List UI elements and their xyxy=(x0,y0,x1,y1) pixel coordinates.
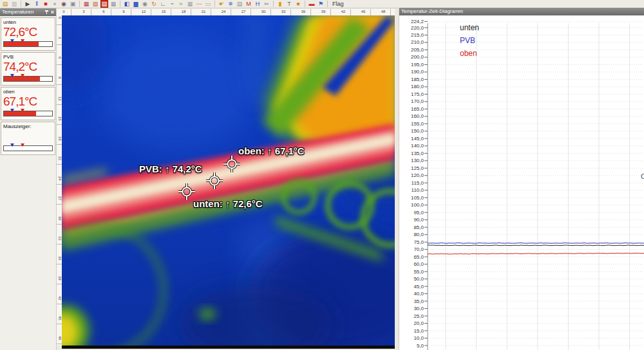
spline-icon[interactable]: ~ xyxy=(168,0,176,8)
histogram-alt-icon[interactable]: ▧ xyxy=(91,0,99,8)
temperatures-panel: Temperaturen × unten 72,6°C PVB 74,2°C o… xyxy=(0,8,57,350)
gauge-marker-blue xyxy=(10,74,14,77)
gauge-marker-red xyxy=(21,143,24,147)
close-icon[interactable]: × xyxy=(51,9,54,15)
svg-text:170,0: 170,0 xyxy=(411,98,424,104)
temperature-time-chart: 224,2220,0215,0210,0205,0200,0195,0190,0… xyxy=(399,15,644,350)
ruler-number: 39 xyxy=(321,10,326,14)
temp-value: 74,2°C xyxy=(3,60,53,74)
hand-icon[interactable]: ☛ xyxy=(218,0,225,8)
gauge-marker-red xyxy=(21,39,24,42)
text-tool-icon[interactable]: T xyxy=(285,0,293,8)
stop-icon[interactable]: ■ xyxy=(42,0,50,8)
crosshair-pvb[interactable] xyxy=(205,171,224,190)
toolbar-separator xyxy=(79,1,80,7)
ruler-number: 12 xyxy=(142,10,146,14)
temp-label: Mauszeiger: xyxy=(3,124,53,129)
play-icon[interactable]: ▶ xyxy=(24,0,32,8)
scale-icon[interactable]: ▭ xyxy=(204,0,212,8)
toolbar-separator xyxy=(21,1,21,7)
ruler-number: 33 xyxy=(281,10,286,14)
camera-icon[interactable]: ◉ xyxy=(60,0,68,8)
ruler-number: 6 xyxy=(102,10,104,14)
dashes-icon[interactable]: ⋯ xyxy=(195,0,203,8)
temperatures-panel-header[interactable]: Temperaturen × xyxy=(0,8,56,16)
series-unten xyxy=(428,245,644,246)
series-PVB xyxy=(428,243,644,244)
svg-text:30,0: 30,0 xyxy=(413,306,424,311)
pin-icon[interactable] xyxy=(44,10,49,15)
marker-icon[interactable]: ▮ xyxy=(276,0,284,8)
standby-icon[interactable]: ● xyxy=(51,0,59,8)
snowflake-icon[interactable]: ❄ xyxy=(227,0,234,8)
ruler-number: 30 xyxy=(261,10,266,14)
letter-h-icon[interactable]: H xyxy=(254,0,261,8)
pause-icon[interactable]: ‖ xyxy=(33,0,41,8)
svg-text:180,0: 180,0 xyxy=(411,84,424,89)
camera-2-icon[interactable]: ◉ xyxy=(141,0,149,8)
gauge-marker-blue xyxy=(10,143,14,147)
crosshair-oben[interactable] xyxy=(222,154,242,174)
temp-gauge xyxy=(3,145,53,151)
legend-pvb: PVB xyxy=(460,36,475,45)
toolbar-separator xyxy=(214,1,215,7)
svg-text:175,0: 175,0 xyxy=(411,91,424,97)
temp-gauge xyxy=(3,76,53,82)
svg-text:70,0: 70,0 xyxy=(413,246,424,252)
chart-panel: Temperatur-Zeit-Diagramm 224,2220,0215,0… xyxy=(399,8,644,350)
svg-text:125,0: 125,0 xyxy=(411,165,424,171)
bar-chart-icon[interactable]: ▆ xyxy=(132,0,140,8)
annotation-pvb: PVB: ↑ 74,2°C xyxy=(139,163,202,174)
gauge-marker-blue xyxy=(10,39,14,42)
flag-colored-icon[interactable]: ⚑ xyxy=(317,0,325,8)
burst-icon[interactable]: ★ xyxy=(294,0,302,8)
svg-text:20,0: 20,0 xyxy=(413,320,424,326)
save-icon[interactable]: ▥ xyxy=(10,0,18,8)
palette-icon[interactable]: ▤ xyxy=(100,0,108,8)
svg-text:90,0: 90,0 xyxy=(413,217,424,223)
histogram-icon[interactable]: ▦ xyxy=(82,0,90,8)
toolbar-separator xyxy=(273,1,274,7)
chart-panel-header[interactable]: Temperatur-Zeit-Diagramm xyxy=(399,8,644,15)
ruler-number: 24 xyxy=(222,10,226,14)
red-bar-icon[interactable]: ▬ xyxy=(308,0,316,8)
svg-text:140,0: 140,0 xyxy=(411,143,424,149)
svg-text:135,0: 135,0 xyxy=(411,151,424,156)
ruler-number: 27 xyxy=(242,10,246,14)
ruler-number: 42 xyxy=(341,10,346,14)
gauge-marker-red xyxy=(21,109,24,112)
svg-text:130,0: 130,0 xyxy=(411,158,424,163)
temp-label: oben xyxy=(3,89,53,95)
temp-gauge xyxy=(3,111,53,116)
gallery-icon[interactable]: ▣ xyxy=(69,0,77,8)
ruler-number: 21 xyxy=(202,10,206,14)
ruler-number: 18 xyxy=(182,10,186,14)
temp-section-mauszeiger: Mauszeiger: xyxy=(1,122,55,155)
open-icon[interactable]: ▤ xyxy=(1,0,9,8)
letter-m-icon[interactable]: M xyxy=(245,0,252,8)
tools-icon[interactable]: ✂ xyxy=(263,0,270,8)
temp-label: unten xyxy=(3,19,53,25)
svg-text:215,0: 215,0 xyxy=(411,32,424,38)
table-icon[interactable]: ▦ xyxy=(109,0,117,8)
redo-curve-icon[interactable]: ↻ xyxy=(150,0,158,8)
temperatures-panel-title: Temperaturen xyxy=(2,8,44,16)
trend-icon[interactable]: ≈ xyxy=(177,0,185,8)
temp-section-unten: unten 72,6°C xyxy=(1,17,55,51)
ruler-number: 3 xyxy=(82,10,84,14)
thermal-image[interactable]: oben: ↑ 67,1°C PVB: ↑ 74,2°C unten: ↑ 72… xyxy=(62,15,395,345)
svg-text:10,0: 10,0 xyxy=(413,335,424,341)
thermal-image-canvas xyxy=(62,15,395,345)
svg-text:220,0: 220,0 xyxy=(411,25,424,31)
annotation-unten: unten: ↑ 72,6°C xyxy=(193,198,263,209)
ruler-number: 0 xyxy=(62,10,64,14)
grid-2-icon[interactable]: ▦ xyxy=(186,0,194,8)
svg-text:210,0: 210,0 xyxy=(411,39,424,45)
polyline-icon[interactable]: ∟ xyxy=(159,0,167,8)
series-oben xyxy=(428,253,644,254)
image-bottom-strip xyxy=(62,345,395,349)
chart-gray-icon[interactable]: ▤ xyxy=(236,0,243,8)
profile-icon[interactable]: ◧ xyxy=(123,0,131,8)
ruler-number: 48 xyxy=(381,10,386,14)
ruler-number: 15 xyxy=(162,10,166,14)
